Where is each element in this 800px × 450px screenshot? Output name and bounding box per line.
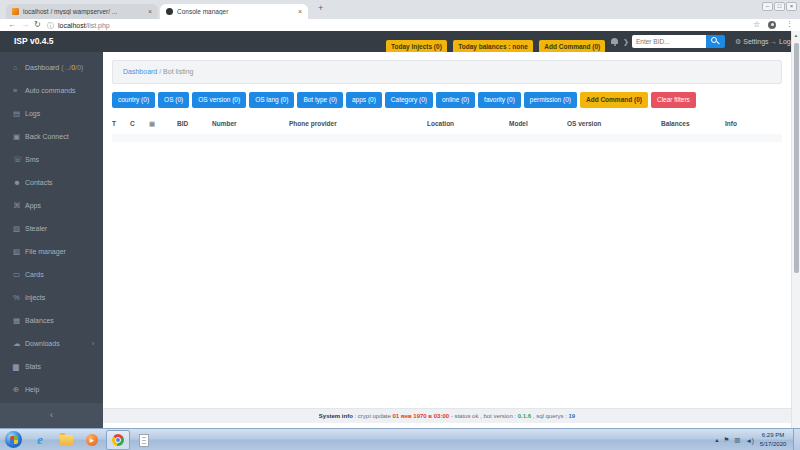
taskbar-clock[interactable]: 6:29 PM 5/17/2020	[755, 431, 791, 449]
restore-button[interactable]: □	[774, 2, 785, 11]
sidebar-item-back-connect[interactable]: ▣Back Connect	[0, 125, 103, 148]
taskbar-chrome-active[interactable]	[106, 430, 130, 450]
sidebar-item-label: Help	[25, 386, 39, 393]
chevron-right-icon[interactable]: ❯	[623, 31, 629, 52]
column-header-os-version[interactable]: OS version	[567, 120, 661, 133]
sidebar-item-stealer[interactable]: ▥Stealer	[0, 217, 103, 240]
volume-icon[interactable]: ◄)	[745, 437, 754, 444]
filter-apps-button[interactable]: apps (0)	[346, 92, 382, 108]
page-scrollbar[interactable]: ▲	[791, 31, 800, 428]
url-host: localhost	[58, 22, 86, 29]
sidebar-item-label: Cards	[25, 271, 44, 278]
browser-menu-icon[interactable]: ⋮	[786, 20, 793, 28]
system-info-footer: System info : crypt update 01 янв 1970 в…	[103, 408, 791, 423]
tab-close-icon[interactable]: ×	[148, 8, 152, 15]
filter-online-button[interactable]: online (0)	[436, 92, 475, 108]
column-header-c[interactable]: C	[130, 120, 149, 133]
stealer-icon: ▥	[13, 217, 25, 240]
taskbar-media-player[interactable]: ▶	[80, 430, 104, 450]
bot-version-value: 0.1.6	[518, 413, 531, 419]
contacts-icon: ☻	[13, 171, 25, 194]
filter-favority-button[interactable]: favority (0)	[478, 92, 521, 108]
clock-date: 5/17/2020	[755, 440, 791, 449]
settings-link[interactable]: ⚙Settings	[735, 31, 769, 52]
sidebar-item-dashboard[interactable]: ⌂Dashboard ( ../0/0)	[0, 56, 103, 79]
sidebar-item-stats[interactable]: ▆Stats	[0, 355, 103, 378]
sidebar-collapse-button[interactable]: ‹	[0, 403, 103, 428]
new-tab-button[interactable]: +	[318, 3, 323, 13]
sidebar-item-balances[interactable]: ▦Balances	[0, 309, 103, 332]
sidebar-item-file-manager[interactable]: ▧File manager	[0, 240, 103, 263]
app-header: ISP v0.4.5 Today Injects (0) Today balan…	[0, 31, 791, 52]
tray-expand-icon[interactable]: ▴	[715, 436, 718, 444]
bell-icon[interactable]	[611, 38, 618, 44]
filter-os-button[interactable]: OS (0)	[158, 92, 189, 108]
column-header-phone-provider[interactable]: Phone provider	[289, 120, 427, 133]
taskbar-internet-explorer[interactable]: e	[28, 430, 52, 450]
site-info-icon[interactable]: ⓘ	[47, 21, 54, 31]
url-field[interactable]: localhost/list.php	[58, 22, 110, 29]
add-command-button[interactable]: Add Command (0)	[580, 92, 648, 108]
column-header-t[interactable]: T	[112, 120, 130, 133]
sidebar-item-label: Back Connect	[25, 133, 69, 140]
forward-icon[interactable]: →	[21, 20, 29, 29]
sidebar: ⌂Dashboard ( ../0/0) ≡Auto commands ▤Log…	[0, 52, 103, 428]
tab-console-manager[interactable]: Console manager ×	[160, 4, 308, 19]
auto-commands-icon: ≡	[13, 79, 25, 102]
media-player-icon: ▶	[86, 434, 98, 446]
network-icon[interactable]: ▥	[734, 436, 740, 444]
logs-icon: ▤	[13, 102, 25, 125]
sidebar-item-cards[interactable]: ▭Cards	[0, 263, 103, 286]
start-button[interactable]	[5, 431, 22, 448]
sidebar-item-label: Injects	[25, 294, 45, 301]
filter-country-button[interactable]: country (0)	[112, 92, 155, 108]
taskbar-file-explorer[interactable]	[54, 430, 78, 450]
filter-category-button[interactable]: Category (0)	[385, 92, 433, 108]
tab-localhost[interactable]: localhost / mysql wampserver/ ... ×	[6, 4, 158, 19]
filter-os-version-button[interactable]: OS version (0)	[192, 92, 246, 108]
column-header-number[interactable]: Number	[212, 120, 289, 133]
sidebar-item-logs[interactable]: ▤Logs	[0, 102, 103, 125]
filter-bot-type-button[interactable]: Bot type (0)	[297, 92, 343, 108]
tab-close-icon[interactable]: ×	[298, 8, 302, 15]
column-header-balances[interactable]: Balances	[661, 120, 725, 133]
main-content: Dashboard / Bot listing country (0) OS (…	[103, 52, 791, 428]
browser-address-bar: ← → ↻ ⓘ localhost/list.php ☆ ⋮	[0, 19, 800, 31]
minimize-button[interactable]: –	[762, 2, 773, 11]
scrollbar-thumb[interactable]	[794, 43, 799, 273]
taskbar-notepad[interactable]	[132, 430, 156, 450]
action-center-flag-icon[interactable]: ⚑	[723, 436, 729, 444]
sidebar-item-apps[interactable]: ⌘Apps	[0, 194, 103, 217]
back-icon[interactable]: ←	[8, 20, 16, 29]
sql-querys-value: 19	[569, 413, 576, 419]
filter-permission-button[interactable]: permission (0)	[524, 92, 577, 108]
column-header-info[interactable]: Info	[725, 120, 782, 133]
bid-search-input[interactable]	[632, 35, 706, 48]
sidebar-item-label: Contacts	[25, 179, 53, 186]
bookmark-star-icon[interactable]: ☆	[753, 20, 760, 29]
search-button[interactable]	[706, 35, 725, 48]
sidebar-item-label: Downloads	[25, 340, 60, 347]
scrollbar-up-arrow-icon[interactable]: ▲	[792, 31, 800, 41]
sidebar-item-auto-commands[interactable]: ≡Auto commands	[0, 79, 103, 102]
clear-filters-button[interactable]: Clear filters	[651, 92, 696, 108]
browser-tab-strip: localhost / mysql wampserver/ ... × Cons…	[0, 0, 800, 19]
filter-os-lang-button[interactable]: OS lang (0)	[249, 92, 294, 108]
sidebar-item-sms[interactable]: ☏Sms	[0, 148, 103, 171]
show-desktop-button[interactable]	[793, 429, 800, 450]
close-button[interactable]: ×	[786, 2, 797, 11]
reload-icon[interactable]: ↻	[34, 20, 41, 29]
column-header-model[interactable]: Model	[509, 120, 567, 133]
calendar-icon[interactable]: ▦	[149, 120, 177, 133]
sidebar-item-contacts[interactable]: ☻Contacts	[0, 171, 103, 194]
sidebar-item-help[interactable]: ⊕Help	[0, 378, 103, 401]
header-buttons: Today Injects (0) Today balances : none …	[386, 35, 607, 54]
crypt-update-date: 01 янв 1970 в 03:00	[393, 413, 450, 419]
sidebar-item-downloads[interactable]: ☁Downloads›	[0, 332, 103, 355]
profile-avatar[interactable]	[768, 21, 776, 29]
sidebar-item-injects[interactable]: %Injects	[0, 286, 103, 309]
breadcrumb-dashboard-link[interactable]: Dashboard	[123, 68, 157, 75]
sidebar-item-label: Stealer	[25, 225, 47, 232]
column-header-location[interactable]: Location	[427, 120, 509, 133]
column-header-bid[interactable]: BID	[177, 120, 212, 133]
